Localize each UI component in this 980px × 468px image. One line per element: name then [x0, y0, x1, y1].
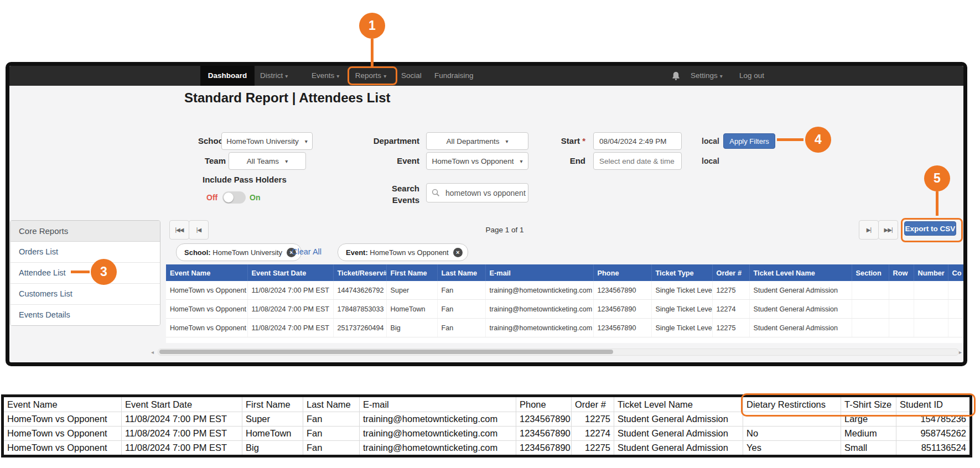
- sidebar-item-events-details[interactable]: Events Details: [11, 304, 160, 325]
- table-cell: Fan: [437, 281, 485, 300]
- csv-cell: 1234567890: [516, 441, 572, 456]
- nav-social[interactable]: Social: [401, 66, 422, 86]
- csv-cell: 1234567890: [516, 412, 572, 427]
- column-header: Section: [852, 264, 889, 281]
- csv-cell: 12275: [572, 441, 614, 456]
- csv-column-header: Event Name: [3, 396, 122, 412]
- table-cell: Super: [386, 281, 437, 300]
- toggle-off-label: Off: [206, 191, 217, 204]
- department-dropdown[interactable]: All Departments▾: [426, 132, 528, 150]
- table-cell: HomeTown: [386, 300, 437, 319]
- prev-page-icon: |◀: [196, 227, 201, 233]
- team-dropdown[interactable]: All Teams▾: [229, 152, 306, 170]
- column-header: Number: [914, 264, 948, 281]
- clear-all-link[interactable]: Clear All: [292, 243, 322, 260]
- required-asterisk-icon: *: [582, 136, 585, 145]
- horizontal-scrollbar-thumb[interactable]: [159, 350, 613, 354]
- nav-fundraising[interactable]: Fundraising: [434, 66, 474, 86]
- school-filter-chip: School: HomeTown University ×: [176, 243, 302, 261]
- nav-district[interactable]: District▾: [260, 66, 288, 86]
- apply-filters-button[interactable]: Apply Filters: [723, 133, 775, 149]
- table-row: HomeTown vs Opponent 11/08/2024 7:00 PM …: [166, 319, 967, 337]
- column-header: Event Start Date: [247, 264, 333, 281]
- table-cell: [948, 300, 967, 319]
- table-cell: 11/08/2024 7:00 PM EST: [247, 281, 333, 300]
- table-row: HomeTown vs Opponent 11/08/2024 7:00 PM …: [166, 300, 967, 319]
- last-page-button[interactable]: ▶▶|: [878, 220, 898, 240]
- table-cell: [889, 319, 914, 337]
- csv-cell: Big: [242, 441, 303, 456]
- caret-down-icon: ▾: [305, 138, 308, 144]
- remove-event-filter-icon[interactable]: ×: [453, 248, 463, 257]
- column-header: Row: [889, 264, 914, 281]
- caret-down-icon: ▾: [506, 138, 509, 144]
- column-header: Order #: [712, 264, 749, 281]
- nav-logout[interactable]: Log out: [739, 66, 764, 86]
- csv-column-header: E-mail: [360, 396, 516, 412]
- school-dropdown-value: HomeTown University: [226, 137, 299, 145]
- end-date-field-wrap: [593, 152, 682, 170]
- screenshot-stage: 1 Dashboard District▾ Events▾ Reports▾ S…: [0, 0, 980, 468]
- search-events-input[interactable]: [444, 188, 547, 198]
- chip-text: Event: HomeTown vs Opponent: [346, 248, 449, 257]
- column-header: Event Name: [166, 264, 247, 281]
- prev-page-button[interactable]: |◀: [189, 220, 209, 240]
- csv-cell: Fan: [303, 441, 360, 456]
- next-page-button[interactable]: ▶|: [859, 220, 879, 240]
- search-label-line2: Events: [392, 195, 419, 205]
- nav-district-label: District: [260, 71, 283, 80]
- search-icon: [432, 189, 440, 197]
- table-cell: [948, 319, 967, 337]
- table-cell: training@hometownticketing.com: [485, 319, 593, 337]
- scroll-left-icon[interactable]: ◂: [151, 349, 154, 355]
- event-dropdown[interactable]: HomeTown vs Opponent▾: [426, 152, 528, 170]
- callout-5-line: [936, 191, 938, 216]
- next-page-icon: ▶|: [867, 227, 871, 233]
- team-dropdown-value: All Teams: [247, 157, 279, 165]
- school-dropdown[interactable]: HomeTown University▾: [221, 132, 313, 150]
- order-number-link[interactable]: 12275: [712, 319, 749, 337]
- first-page-icon: |◀◀: [175, 227, 184, 233]
- nav-events[interactable]: Events▾: [312, 66, 339, 86]
- order-number-link[interactable]: 12275: [712, 281, 749, 300]
- order-number-link[interactable]: 12274: [712, 300, 749, 319]
- table-cell: Fan: [437, 300, 485, 319]
- start-date-input[interactable]: [593, 132, 682, 150]
- start-label-text: Start: [561, 136, 580, 145]
- table-cell: Student General Admission: [749, 319, 852, 337]
- csv-cell: Fan: [303, 412, 360, 427]
- end-date-input[interactable]: [593, 152, 682, 170]
- app-window: Dashboard District▾ Events▾ Reports▾ Soc…: [6, 62, 967, 366]
- csv-cell: 11/08/2024 7:00 PM EST: [122, 441, 242, 456]
- page-status: Page 1 of 1: [394, 226, 615, 234]
- csv-cell: Student General Admission: [614, 441, 743, 456]
- csv-cell: 851136524: [896, 441, 971, 456]
- callout-3: 3: [91, 259, 117, 285]
- column-header: Last Name: [437, 264, 485, 281]
- csv-cell: Medium: [841, 427, 896, 441]
- include-pass-holders-toggle[interactable]: [222, 191, 246, 204]
- sidebar-item-orders-list[interactable]: Orders List: [11, 242, 160, 262]
- sidebar-item-customers-list[interactable]: Customers List: [11, 283, 160, 304]
- csv-row: HomeTown vs Opponent 11/08/2024 7:00 PM …: [3, 441, 971, 456]
- table-cell: HomeTown vs Opponent: [166, 319, 247, 337]
- table-cell: [852, 319, 889, 337]
- core-reports-header: Core Reports: [11, 221, 160, 242]
- table-cell: [889, 281, 914, 300]
- nav-events-label: Events: [312, 71, 334, 80]
- table-cell: Single Ticket Level: [651, 319, 712, 337]
- table-cell: HomeTown vs Opponent: [166, 300, 247, 319]
- table-cell: [948, 281, 967, 300]
- csv-cell: 1234567890: [516, 427, 572, 441]
- nav-dashboard[interactable]: Dashboard: [200, 66, 255, 86]
- notifications-bell-icon[interactable]: [672, 71, 680, 83]
- scroll-right-icon[interactable]: ▸: [959, 349, 962, 355]
- event-label: Event: [338, 152, 419, 170]
- first-page-button[interactable]: |◀◀: [169, 220, 189, 240]
- chip-label: School:: [184, 248, 211, 257]
- table-cell: Big: [386, 319, 437, 337]
- nav-settings[interactable]: Settings▾: [691, 66, 723, 86]
- start-label: Start *: [516, 132, 585, 150]
- table-cell: [914, 281, 948, 300]
- caret-down-icon: ▾: [336, 73, 339, 79]
